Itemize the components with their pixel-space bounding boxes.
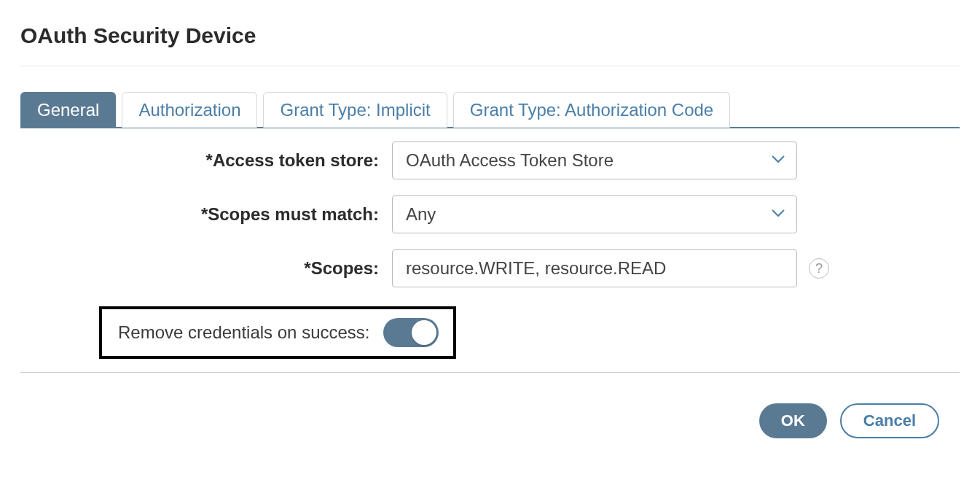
form-area: *Access token store: OAuth Access Token … bbox=[20, 128, 960, 359]
tab-authorization[interactable]: Authorization bbox=[122, 92, 257, 128]
page-title: OAuth Security Device bbox=[20, 23, 960, 48]
tab-grant-authorization-code[interactable]: Grant Type: Authorization Code bbox=[453, 92, 730, 128]
toggle-remove-credentials[interactable] bbox=[383, 318, 439, 347]
tab-general[interactable]: General bbox=[20, 92, 116, 128]
cancel-button[interactable]: Cancel bbox=[840, 403, 939, 438]
label-access-token-store: *Access token store: bbox=[20, 150, 392, 171]
tab-grant-implicit[interactable]: Grant Type: Implicit bbox=[263, 92, 447, 128]
label-remove-credentials: Remove credentials on success: bbox=[118, 322, 370, 343]
select-access-token-store[interactable]: OAuth Access Token Store bbox=[392, 141, 797, 179]
highlight-remove-credentials: Remove credentials on success: bbox=[99, 306, 456, 359]
select-scopes-match[interactable]: Any bbox=[392, 195, 797, 233]
label-scopes: *Scopes: bbox=[20, 258, 392, 279]
row-scopes-match: *Scopes must match: Any bbox=[20, 195, 960, 233]
select-value-access-token-store[interactable]: OAuth Access Token Store bbox=[392, 141, 797, 179]
row-access-token-store: *Access token store: OAuth Access Token … bbox=[20, 141, 960, 179]
footer: OK Cancel bbox=[20, 373, 960, 438]
toggle-knob bbox=[412, 320, 436, 345]
select-value-scopes-match[interactable]: Any bbox=[392, 195, 797, 233]
divider-top bbox=[20, 66, 960, 66]
dialog-container: OAuth Security Device General Authorizat… bbox=[0, 0, 980, 453]
input-scopes[interactable] bbox=[392, 249, 797, 287]
help-icon[interactable]: ? bbox=[809, 258, 829, 279]
ok-button[interactable]: OK bbox=[759, 403, 827, 438]
tabs: General Authorization Grant Type: Implic… bbox=[20, 91, 960, 128]
label-scopes-match: *Scopes must match: bbox=[20, 204, 392, 225]
row-scopes: *Scopes: ? bbox=[20, 249, 960, 287]
